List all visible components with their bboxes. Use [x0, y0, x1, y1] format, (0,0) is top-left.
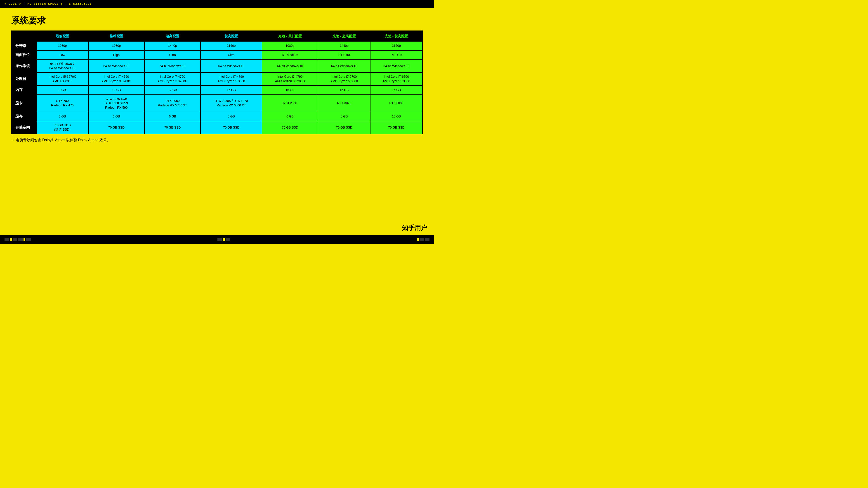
- table-header-2: 推荐配置: [88, 31, 145, 41]
- cell-7-6: 70 GB SSD: [370, 121, 423, 134]
- table-header-7: 光追 - 极高配置: [370, 31, 423, 41]
- deco-block-r3: [425, 238, 430, 241]
- table-row: 显卡GTX 780 Radeon RX 470GTX 1060 6GB GTX …: [11, 95, 423, 112]
- corner-tr: [420, 30, 424, 34]
- cell-0-6: 2160p: [370, 41, 423, 51]
- row-label-3: 处理器: [11, 72, 36, 86]
- cell-1-4: RT Medium: [262, 51, 318, 59]
- deco-block-r1: [417, 238, 418, 241]
- cell-3-3: Intel Core i7-4790 AMD Ryzen 5 3600: [200, 72, 262, 86]
- corner-tl: [10, 30, 14, 34]
- deco-block-2: [13, 238, 17, 241]
- cell-6-1: 6 GB: [88, 112, 145, 121]
- cell-4-5: 16 GB: [318, 86, 370, 94]
- cell-2-3: 64-bit Windows 10: [200, 60, 262, 72]
- deco-block-3: [18, 238, 23, 241]
- corner-br: [420, 131, 424, 135]
- cell-4-3: 16 GB: [200, 86, 262, 94]
- cell-6-4: 6 GB: [262, 112, 318, 121]
- cell-5-2: RTX 2060 Radeon RX 5700 XT: [145, 95, 200, 112]
- deco-block-yellow: [10, 238, 12, 241]
- cell-3-4: Intel Core i7-4790 AMD Ryzen 3 3200G: [262, 72, 318, 86]
- deco-block-r2: [420, 238, 424, 241]
- cell-1-6: RT Ultra: [370, 51, 423, 59]
- deco-block-c1: [217, 238, 222, 241]
- cell-4-6: 16 GB: [370, 86, 423, 94]
- table-header-5: 光追 - 最低配置: [262, 31, 318, 41]
- cell-6-2: 6 GB: [145, 112, 200, 121]
- table-header-1: 最低配置: [36, 31, 88, 41]
- cell-2-2: 64-bit Windows 10: [145, 60, 200, 72]
- row-label-2: 操作系统: [11, 60, 36, 72]
- deco-block-c3: [225, 238, 230, 241]
- cell-1-3: Ultra: [200, 51, 262, 59]
- table-row: 分辨率1080p1080p1440p2160p1080p1440p2160p: [11, 41, 423, 51]
- cell-5-4: RTX 2060: [262, 95, 318, 112]
- table-header-3: 超高配置: [145, 31, 200, 41]
- cell-7-4: 70 GB SSD: [262, 121, 318, 134]
- cell-4-0: 8 GB: [36, 86, 88, 94]
- table-row: 处理器Intel Core i5-3570K AMD FX-8310Intel …: [11, 72, 423, 86]
- cell-2-1: 64-bit Windows 10: [88, 60, 145, 72]
- cell-1-1: High: [88, 51, 145, 59]
- bottom-bar-left-deco: [4, 238, 31, 241]
- cell-3-5: Intel Core i7-6700 AMD Ryzen 5 3600: [318, 72, 370, 86]
- corner-bl: [10, 131, 14, 135]
- cell-1-0: Low: [36, 51, 88, 59]
- cell-7-1: 70 GB SSD: [88, 121, 145, 134]
- cell-0-3: 2160p: [200, 41, 262, 51]
- cell-3-1: Intel Core i7-4790 AMD Ryzen 3 3200G: [88, 72, 145, 86]
- deco-block-yellow-2: [24, 238, 25, 241]
- cell-0-5: 1440p: [318, 41, 370, 51]
- cell-5-0: GTX 780 Radeon RX 470: [36, 95, 88, 112]
- footer-note-text: → 电脑音效须包含 Dolby® Atmos 以体验 Dolby Atmos 效…: [11, 138, 110, 142]
- bottom-bar-center-deco: [217, 238, 230, 241]
- cell-2-5: 64-bit Windows 10: [318, 60, 370, 72]
- cell-0-1: 1080p: [88, 41, 145, 51]
- cell-3-0: Intel Core i5-3570K AMD FX-8310: [36, 72, 88, 86]
- top-bar-text: < CODE > ( PC SYSTEM SPECS ) - C 5332.59…: [4, 2, 92, 6]
- bottom-bar: [0, 235, 434, 244]
- table-row: 显存3 GB6 GB6 GB8 GB6 GB8 GB10 GB: [11, 112, 423, 121]
- cell-3-2: Intel Core i7-4790 AMD Ryzen 3 3200G: [145, 72, 200, 86]
- cell-4-2: 12 GB: [145, 86, 200, 94]
- watermark: 知乎用户: [402, 224, 427, 232]
- table-header-6: 光追 - 超高配置: [318, 31, 370, 41]
- row-label-0: 分辨率: [11, 41, 36, 51]
- table-row: 内存8 GB12 GB12 GB16 GB16 GB16 GB16 GB: [11, 86, 423, 94]
- main-content: 系统要求 最低配置推荐配置超高配置极高配置光追 - 最低配置光追 - 超高配置光…: [0, 8, 434, 235]
- row-label-6: 显存: [11, 112, 36, 121]
- cell-4-4: 16 GB: [262, 86, 318, 94]
- row-label-4: 内存: [11, 86, 36, 94]
- cell-2-4: 64-bit Windows 10: [262, 60, 318, 72]
- cell-5-3: RTX 2080S / RTX 3070 Radeon RX 6800 XT: [200, 95, 262, 112]
- footer-note: → 电脑音效须包含 Dolby® Atmos 以体验 Dolby Atmos 效…: [11, 138, 423, 142]
- cell-5-6: RTX 3080: [370, 95, 423, 112]
- cell-7-2: 70 GB SSD: [145, 121, 200, 134]
- table-header-0: [11, 31, 36, 41]
- cell-7-5: 70 GB SSD: [318, 121, 370, 134]
- cell-3-6: Intel Core i7-6700 AMD Ryzen 5 3600: [370, 72, 423, 86]
- cell-2-6: 64-bit Windows 10: [370, 60, 423, 72]
- row-label-5: 显卡: [11, 95, 36, 112]
- page-title: 系统要求: [11, 15, 423, 26]
- specs-table: 最低配置推荐配置超高配置极高配置光追 - 最低配置光追 - 超高配置光追 - 极…: [11, 31, 423, 134]
- deco-block: [4, 238, 9, 241]
- top-bar: < CODE > ( PC SYSTEM SPECS ) - C 5332.59…: [0, 0, 434, 8]
- cell-4-1: 12 GB: [88, 86, 145, 94]
- cell-7-0: 70 GB HDD （建议 SSD）: [36, 121, 88, 134]
- cell-5-5: RTX 3070: [318, 95, 370, 112]
- cell-1-2: Ultra: [145, 51, 200, 59]
- cell-6-5: 8 GB: [318, 112, 370, 121]
- table-row: 画面档位LowHighUltraUltraRT MediumRT UltraRT…: [11, 51, 423, 59]
- deco-block-c2: [223, 238, 225, 241]
- cell-2-0: 64-bit Windows 7 64-bit Windows 10: [36, 60, 88, 72]
- cell-6-6: 10 GB: [370, 112, 423, 121]
- deco-block-4: [26, 238, 31, 241]
- cell-5-1: GTX 1060 6GB GTX 1660 Super Radeon RX 59…: [88, 95, 145, 112]
- cell-7-3: 70 GB SSD: [200, 121, 262, 134]
- bottom-bar-right-deco: [417, 238, 430, 241]
- cell-6-3: 8 GB: [200, 112, 262, 121]
- row-label-7: 存储空间: [11, 121, 36, 134]
- cell-1-5: RT Ultra: [318, 51, 370, 59]
